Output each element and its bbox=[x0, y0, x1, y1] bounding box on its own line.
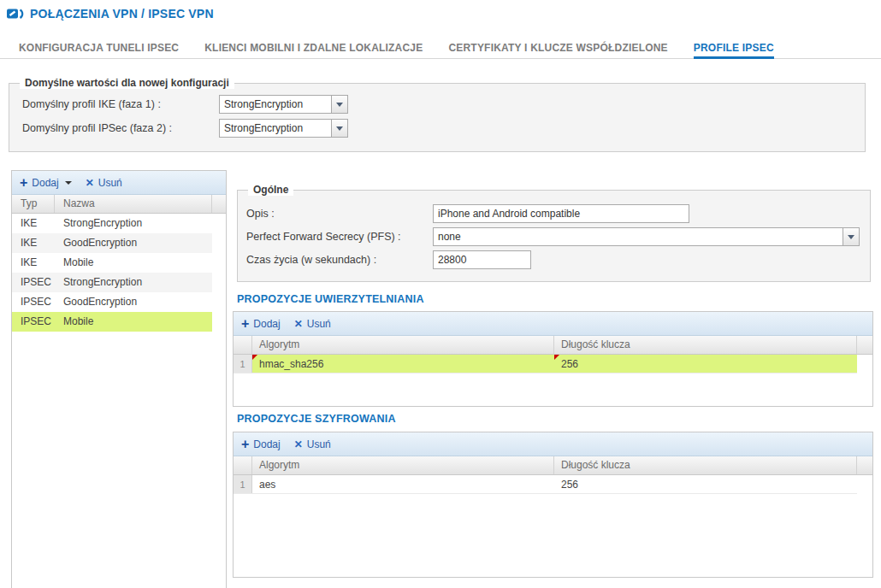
profiles-grid-header: Typ Nazwa bbox=[12, 195, 226, 214]
encryption-proposals-title: PROPOZYCJE SZYFROWANIA bbox=[237, 413, 396, 425]
auth-add-button[interactable]: + Dodaj bbox=[241, 318, 281, 330]
row-number: 1 bbox=[234, 355, 252, 373]
profiles-add-button[interactable]: + Dodaj bbox=[20, 177, 72, 189]
auth-proposals-title: PROPOZYCJE UWIERZYTELNIANIA bbox=[237, 293, 424, 305]
profiles-remove-label: Usuń bbox=[98, 177, 122, 189]
tab-profile-ipsec[interactable]: PROFILE IPSEC bbox=[694, 39, 774, 58]
encryption-add-button[interactable]: + Dodaj bbox=[241, 438, 281, 450]
auth-algorithm-cell[interactable]: hmac_sha256 bbox=[252, 355, 554, 373]
encryption-toolbar: + Dodaj ✕ Usuń bbox=[234, 432, 872, 456]
auth-remove-label: Usuń bbox=[307, 318, 331, 330]
row-number: 1 bbox=[234, 475, 252, 493]
plus-icon: + bbox=[241, 318, 249, 330]
profiles-add-label: Dodaj bbox=[32, 177, 58, 189]
profile-row-ipsec-mobile-selected[interactable]: IPSEC Mobile bbox=[12, 312, 212, 332]
encryption-remove-label: Usuń bbox=[307, 438, 331, 450]
plus-icon: + bbox=[20, 177, 27, 189]
delete-x-icon: ✕ bbox=[294, 318, 303, 330]
general-fieldset-legend: Ogólne bbox=[248, 184, 293, 196]
delete-x-icon: ✕ bbox=[294, 438, 303, 450]
page-title: POŁĄCZENIA VPN / IPSEC VPN bbox=[30, 7, 214, 21]
profiles-panel: + Dodaj ✕ Usuń Typ Nazwa IKE StrongEncry… bbox=[11, 170, 227, 588]
row-number-header bbox=[234, 456, 252, 474]
column-header-spacer bbox=[212, 195, 226, 213]
plus-icon: + bbox=[241, 438, 249, 450]
lifetime-label: Czas życia (w sekundach) : bbox=[246, 250, 376, 269]
encryption-row-aes[interactable]: 1 aes 256 bbox=[234, 475, 857, 494]
default-ipsec-profile-input[interactable] bbox=[219, 119, 332, 138]
auth-toolbar: + Dodaj ✕ Usuń bbox=[234, 312, 872, 336]
defaults-fieldset-legend: Domyślne wartości dla nowej konfiguracji bbox=[20, 77, 234, 89]
tab-bar: KONFIGURACJA TUNELI IPSEC KLIENCI MOBILN… bbox=[0, 39, 881, 59]
pfs-label: Perfect Forward Secrecy (PFS) : bbox=[246, 227, 401, 246]
page-header: POŁĄCZENIA VPN / IPSEC VPN bbox=[7, 7, 214, 21]
encryption-remove-button[interactable]: ✕ Usuń bbox=[294, 438, 331, 450]
column-header-spacer bbox=[857, 336, 872, 354]
auth-remove-button[interactable]: ✕ Usuń bbox=[294, 318, 331, 330]
encryption-algorithm-cell[interactable]: aes bbox=[252, 475, 554, 493]
delete-x-icon: ✕ bbox=[86, 177, 94, 189]
column-header-algorytm[interactable]: Algorytm bbox=[252, 336, 554, 354]
default-ike-profile-combo bbox=[219, 95, 348, 114]
encryption-key-length-cell[interactable]: 256 bbox=[554, 475, 857, 493]
profile-row-ipsec-goodencryption[interactable]: IPSEC GoodEncryption bbox=[12, 292, 212, 312]
chevron-down-icon bbox=[848, 235, 854, 239]
vpn-module-icon bbox=[7, 8, 24, 21]
default-ipsec-profile-combo bbox=[219, 119, 348, 138]
pfs-combo bbox=[433, 227, 860, 246]
default-ike-profile-label: Domyślny profil IKE (faza 1) : bbox=[22, 95, 161, 114]
pfs-input[interactable] bbox=[433, 227, 843, 246]
profile-row-ipsec-strongencryption[interactable]: IPSEC StrongEncryption bbox=[12, 273, 212, 292]
pfs-dropdown-trigger[interactable] bbox=[843, 227, 860, 246]
default-ike-profile-input[interactable] bbox=[219, 95, 332, 114]
profile-row-ike-mobile[interactable]: IKE Mobile bbox=[12, 253, 212, 273]
auth-proposals-grid: + Dodaj ✕ Usuń Algorytm Długość klucza 1… bbox=[233, 311, 873, 407]
auth-grid-header: Algorytm Długość klucza bbox=[234, 336, 872, 355]
menu-arrow-icon bbox=[65, 181, 72, 185]
profile-row-ike-strongencryption[interactable]: IKE StrongEncryption bbox=[12, 214, 212, 233]
column-header-dlugosc-klucza[interactable]: Długość klucza bbox=[554, 456, 857, 474]
default-ike-profile-dropdown-trigger[interactable] bbox=[331, 95, 348, 114]
lifetime-input[interactable] bbox=[433, 250, 531, 269]
description-input[interactable] bbox=[433, 204, 689, 223]
column-header-spacer bbox=[857, 456, 872, 474]
column-header-nazwa[interactable]: Nazwa bbox=[55, 195, 212, 213]
encryption-add-label: Dodaj bbox=[253, 438, 280, 450]
encryption-proposals-grid: + Dodaj ✕ Usuń Algorytm Długość klucza 1… bbox=[233, 432, 873, 578]
auth-key-length-cell[interactable]: 256 bbox=[554, 355, 857, 373]
profile-row-ike-goodencryption[interactable]: IKE GoodEncryption bbox=[12, 233, 212, 253]
row-number-header bbox=[234, 336, 252, 354]
default-ipsec-profile-label: Domyślny profil IPSec (faza 2) : bbox=[22, 119, 172, 138]
column-header-typ[interactable]: Typ bbox=[12, 195, 55, 213]
profiles-toolbar: + Dodaj ✕ Usuń bbox=[12, 171, 226, 195]
column-header-dlugosc-klucza[interactable]: Długość klucza bbox=[554, 336, 857, 354]
encryption-grid-header: Algorytm Długość klucza bbox=[234, 456, 872, 475]
description-label: Opis : bbox=[246, 204, 275, 223]
column-header-algorytm[interactable]: Algorytm bbox=[252, 456, 554, 474]
auth-add-label: Dodaj bbox=[253, 318, 280, 330]
auth-row-hmac-sha256[interactable]: 1 hmac_sha256 256 bbox=[234, 355, 857, 373]
tab-konfiguracja-tuneli-ipsec[interactable]: KONFIGURACJA TUNELI IPSEC bbox=[19, 39, 179, 58]
tab-certyfikaty-klucze[interactable]: CERTYFIKATY I KLUCZE WSPÓŁDZIELONE bbox=[448, 39, 667, 58]
general-fieldset: Ogólne Opis : Perfect Forward Secrecy (P… bbox=[237, 190, 871, 282]
defaults-fieldset: Domyślne wartości dla nowej konfiguracji… bbox=[9, 83, 866, 152]
tab-klienci-mobilni[interactable]: KLIENCI MOBILNI I ZDALNE LOKALIZACJE bbox=[204, 39, 423, 58]
chevron-down-icon bbox=[336, 103, 343, 107]
profiles-remove-button[interactable]: ✕ Usuń bbox=[86, 177, 122, 189]
default-ipsec-profile-dropdown-trigger[interactable] bbox=[331, 119, 348, 138]
chevron-down-icon bbox=[336, 126, 343, 131]
